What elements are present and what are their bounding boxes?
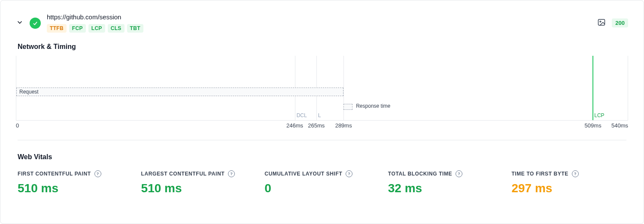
axis-tick: 509ms [585,122,601,129]
vital-value: 32 ms [388,182,503,195]
marker-dcl: DCL [297,112,307,118]
status-ok-icon [30,18,41,29]
timeline-axis: 0246ms265ms289ms509ms540ms [16,121,628,130]
metric-badge-cls[interactable]: CLS [108,24,125,33]
help-icon[interactable]: ? [94,170,101,177]
http-status-badge: 200 [612,18,628,27]
axis-tick: 265ms [308,122,325,129]
lcp-line [592,56,593,120]
vital-label: FIRST CONTENTFUL PAINT? [18,170,133,177]
url-text[interactable]: https://github.com/session [47,13,597,21]
expand-toggle[interactable] [16,18,24,28]
result-card: https://github.com/session TTFBFCPLCPCLS… [0,0,644,224]
network-timeline[interactable]: RequestResponse timeDCLLLCP 0246ms265ms2… [16,56,628,129]
metric-badges: TTFBFCPLCPCLSTBT [47,24,597,33]
vital-card: LARGEST CONTENTFUL PAINT?510 ms [141,170,256,195]
result-header: https://github.com/session TTFBFCPLCPCLS… [0,0,644,33]
header-right: 200 [597,18,628,28]
svg-rect-0 [598,19,605,25]
vital-card: TOTAL BLOCKING TIME?32 ms [388,170,503,195]
svg-point-1 [600,21,601,22]
help-icon[interactable]: ? [456,170,462,177]
vital-card: TIME TO FIRST BYTE?297 ms [511,170,626,195]
metric-badge-tbt[interactable]: TBT [127,24,143,33]
web-vitals-title: Web Vitals [0,140,644,163]
tick-line [343,56,344,120]
metric-badge-lcp[interactable]: LCP [88,24,105,33]
axis-tick: 0 [16,122,19,129]
vital-label: TIME TO FIRST BYTE? [511,170,626,177]
marker-l: L [318,112,321,118]
vital-card: FIRST CONTENTFUL PAINT?510 ms [18,170,133,195]
vital-label: LARGEST CONTENTFUL PAINT? [141,170,256,177]
url-block: https://github.com/session TTFBFCPLCPCLS… [47,13,597,33]
vital-label: TOTAL BLOCKING TIME? [388,170,503,177]
image-icon [597,18,606,27]
help-icon[interactable]: ? [572,170,579,177]
vital-card: CUMULATIVE LAYOUT SHIFT?0 [264,170,380,195]
screenshot-button[interactable] [597,18,606,28]
timeline-chart: RequestResponse timeDCLLLCP [16,56,628,121]
help-icon[interactable]: ? [346,170,352,177]
metric-badge-ttfb[interactable]: TTFB [47,24,67,33]
marker-lcp: LCP [594,112,604,118]
axis-tick: 289ms [335,122,352,129]
network-timing-title: Network & Timing [0,33,644,55]
response-label: Response time [356,103,390,109]
chevron-down-icon [16,18,24,26]
web-vitals-grid: FIRST CONTENTFUL PAINT?510 msLARGEST CON… [0,163,644,195]
axis-tick: 540ms [611,122,628,129]
check-icon [32,20,38,26]
axis-tick: 246ms [286,122,303,129]
vital-value: 510 ms [141,182,256,195]
vital-label: CUMULATIVE LAYOUT SHIFT? [264,170,380,177]
vital-value: 0 [264,182,380,195]
vital-value: 297 ms [511,182,626,195]
help-icon[interactable]: ? [228,170,235,177]
vital-value: 510 ms [18,182,133,195]
request-bar[interactable]: Request [16,88,343,96]
response-bar[interactable] [343,104,352,110]
metric-badge-fcp[interactable]: FCP [69,24,86,33]
